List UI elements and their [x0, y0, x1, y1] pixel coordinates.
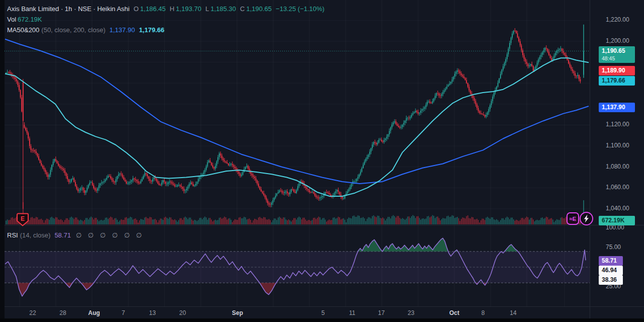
- axis-label: 1,060.00: [606, 184, 629, 191]
- axis-price-badge[interactable]: 1,190.6548:45: [599, 46, 635, 63]
- time-axis-label: 7: [122, 309, 125, 316]
- ma-label[interactable]: MA50&200: [7, 26, 39, 34]
- rsi-empty-values: ∅ ∅ ∅ ∅ ∅ ∅: [76, 231, 142, 239]
- earnings-marker[interactable]: E: [17, 213, 29, 228]
- svg-text:≈E: ≈E: [570, 216, 577, 222]
- events-toggle[interactable]: [579, 211, 594, 228]
- time-axis-label: 28: [59, 309, 66, 316]
- ma-legend[interactable]: MA50&200(50, close, 200, close)1,137.901…: [7, 26, 165, 34]
- time-axis-label: Sep: [232, 309, 243, 316]
- symbol-legend[interactable]: Axis Bank Limited · 1h · NSE · Heikin As…: [7, 5, 325, 13]
- time-axis-label: 23: [408, 309, 414, 316]
- time-axis[interactable]: 2228Aug71320Sep5111723Oct814: [0, 306, 644, 318]
- axis-price-badge[interactable]: 46.94: [599, 266, 623, 275]
- low-value: 1,185.30: [210, 5, 236, 13]
- left-margin: [0, 0, 5, 322]
- high-label: H: [170, 5, 174, 13]
- bottom-margin: [0, 318, 644, 322]
- rsi-label[interactable]: RSI: [7, 231, 18, 239]
- axis-label: 1,100.00: [606, 142, 629, 149]
- axis-label: 75.00: [606, 244, 621, 251]
- low-label: L: [205, 5, 209, 13]
- axis-price-badge[interactable]: 38.36: [599, 275, 623, 285]
- volume-label: Vol: [7, 16, 16, 23]
- close-label: C: [240, 5, 245, 13]
- lightning-icon: [579, 211, 594, 226]
- time-axis-label: 22: [29, 309, 36, 316]
- axis-price-badge[interactable]: 1,189.90: [599, 66, 635, 75]
- ma-params: (50, close, 200, close): [41, 26, 105, 34]
- high-value: 1,193.70: [176, 5, 202, 13]
- axis-price-badge[interactable]: 58.71: [599, 256, 623, 266]
- close-value: 1,190.65: [246, 5, 272, 13]
- bar-countdown: 48:45: [602, 55, 632, 62]
- open-value: 1,186.45: [140, 5, 166, 13]
- axis-label: 1,200.00: [606, 37, 629, 44]
- rsi-legend[interactable]: RSI(14, close)58.71∅ ∅ ∅ ∅ ∅ ∅: [7, 231, 142, 239]
- rsi-value: 58.71: [54, 231, 71, 239]
- volume-value: 672.19K: [18, 16, 42, 23]
- svg-text:E: E: [21, 215, 25, 222]
- axis-label: 1,220.00: [606, 16, 629, 23]
- time-axis-label: 17: [378, 309, 384, 316]
- time-axis-label: 13: [149, 309, 155, 316]
- time-axis-label: 14: [510, 309, 516, 316]
- estimates-toggle[interactable]: ≈E: [566, 212, 580, 227]
- earnings-shield-icon: E: [17, 213, 29, 226]
- time-axis-label: 5: [321, 309, 325, 316]
- axis-label: 1,120.00: [606, 121, 629, 128]
- rsi-params: (14, close): [20, 231, 51, 239]
- time-axis-label: Aug: [88, 309, 100, 316]
- ma50-value: 1,137.90: [110, 26, 135, 34]
- axis-price-badge[interactable]: 1,137.90: [599, 103, 635, 112]
- ma200-value: 1,179.66: [139, 26, 165, 34]
- time-axis-label: 11: [349, 309, 355, 316]
- time-axis-label: Oct: [449, 309, 459, 316]
- time-axis-label: 20: [179, 309, 186, 316]
- axis-price-badge[interactable]: 672.19K: [599, 216, 635, 225]
- open-label: O: [133, 5, 138, 13]
- axis-price-badge[interactable]: 1,179.66: [599, 76, 635, 86]
- axis-label: 1,080.00: [606, 163, 629, 170]
- volume-legend[interactable]: Vol672.19K: [7, 16, 42, 23]
- price-axis[interactable]: 1,220.001,200.001,120.001,100.001,080.00…: [0, 0, 644, 318]
- change-value: −13.25 (−1.10%): [276, 5, 325, 13]
- tradingview-chart-window: Axis Bank Limited · 1h · NSE · Heikin As…: [0, 0, 644, 322]
- estimates-icon: ≈E: [566, 212, 580, 225]
- axis-label: 1,040.00: [606, 205, 629, 212]
- symbol-description[interactable]: Axis Bank Limited · 1h · NSE · Heikin As…: [7, 5, 129, 13]
- time-axis-label: 8: [481, 309, 485, 316]
